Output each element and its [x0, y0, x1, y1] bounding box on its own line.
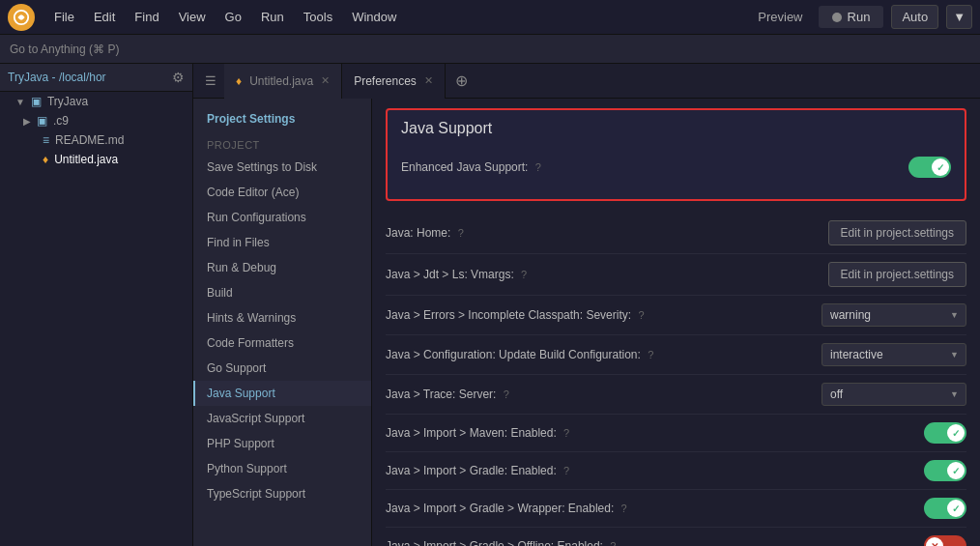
java-home-control: Edit in project.settings — [764, 220, 966, 245]
tree-item-c9[interactable]: ▶ ▣ .c9 — [0, 111, 192, 130]
build-config-control: interactive automatic disabled — [764, 343, 966, 366]
gradle-offline-toggle[interactable]: ✕ — [924, 535, 966, 546]
tree-item-readme[interactable]: ≡ README.md — [0, 130, 192, 150]
trace-server-label: Java > Trace: Server: ? — [386, 388, 764, 401]
settings-sidebar: Project Settings PROJECT Save Settings t… — [193, 99, 372, 546]
trace-server-dropdown[interactable]: off messages verbose — [821, 383, 966, 406]
gradle-offline-control: ✕ — [764, 535, 966, 546]
settings-python-support[interactable]: Python Support — [193, 456, 371, 481]
auto-button[interactable]: Auto — [891, 5, 938, 29]
help-icon[interactable]: ? — [648, 349, 653, 360]
tab-close-preferences[interactable]: ✕ — [424, 74, 433, 87]
collapse-icon: ▼ — [15, 97, 25, 107]
right-panel: ☰ ♦ Untitled.java ✕ Preferences ✕ ⊕ Proj… — [193, 64, 980, 546]
tree-item-untitled-java[interactable]: ♦ Untitled.java — [0, 150, 192, 169]
settings-java-support[interactable]: Java Support — [193, 381, 371, 406]
menu-go[interactable]: Go — [217, 6, 249, 28]
severity-dropdown[interactable]: warning error ignore — [821, 303, 966, 327]
build-config-dropdown[interactable]: interactive automatic disabled — [821, 343, 966, 366]
settings-code-editor[interactable]: Code Editor (Ace) — [193, 180, 371, 205]
row-java-vmargs: Java > Jdt > Ls: Vmargs: ? Edit in proje… — [386, 254, 966, 296]
maven-control: ✓ — [764, 422, 966, 444]
menu-view[interactable]: View — [171, 6, 214, 28]
settings-run-configurations[interactable]: Run Configurations — [193, 205, 371, 230]
run-status-icon — [832, 13, 842, 22]
settings-hints-warnings[interactable]: Hints & Warnings — [193, 305, 371, 330]
settings-typescript-support[interactable]: TypeScript Support — [193, 481, 371, 506]
menu-file[interactable]: File — [46, 6, 82, 28]
help-icon[interactable]: ? — [504, 388, 509, 400]
menu-bar: File Edit Find View Go Run Tools Window … — [0, 0, 980, 35]
preview-button[interactable]: Preview — [750, 6, 810, 28]
settings-run-debug[interactable]: Run & Debug — [193, 255, 371, 280]
auto-dropdown-button[interactable]: ▼ — [946, 5, 972, 29]
row-gradle-enabled: Java > Import > Gradle: Enabled: ? ✓ — [386, 452, 966, 490]
java-vmargs-label: Java > Jdt > Ls: Vmargs: ? — [386, 268, 764, 281]
settings-build[interactable]: Build — [193, 280, 371, 305]
toggle-knob: ✓ — [947, 424, 965, 442]
tab-preferences[interactable]: Preferences ✕ — [342, 64, 446, 99]
row-gradle-offline: Java > Import > Gradle > Offline: Enable… — [386, 528, 966, 546]
maven-label: Java > Import > Maven: Enabled: ? — [386, 426, 764, 440]
java-file-icon: ♦ — [43, 153, 48, 166]
java-home-label: Java: Home: ? — [386, 226, 764, 240]
file-tree: TryJava - /local/hor ⚙ ▼ ▣ TryJava ▶ ▣ .… — [0, 64, 193, 546]
folder-icon: ▣ — [31, 95, 42, 108]
help-icon[interactable]: ? — [563, 427, 569, 439]
gradle-wrapper-control: ✓ — [764, 498, 966, 519]
content-area: Java Support Enhanced Java Support: ? ✓ — [372, 99, 980, 546]
row-enhanced-java: Enhanced Java Support: ? ✓ — [401, 149, 951, 186]
toggle-knob: ✓ — [947, 500, 965, 517]
settings-save-disk[interactable]: Save Settings to Disk — [193, 155, 371, 180]
gradle-wrapper-toggle[interactable]: ✓ — [924, 498, 966, 519]
menu-tools[interactable]: Tools — [296, 6, 340, 28]
help-icon[interactable]: ? — [535, 161, 541, 173]
menu-run[interactable]: Run — [253, 6, 292, 28]
settings-javascript-support[interactable]: JavaScript Support — [193, 406, 371, 431]
tab-add-button[interactable]: ⊕ — [446, 72, 477, 90]
menu-find[interactable]: Find — [127, 6, 166, 28]
help-icon[interactable]: ? — [458, 227, 464, 239]
file-tree-title: TryJava - /local/hor — [8, 71, 172, 84]
settings-php-support[interactable]: PHP Support — [193, 431, 371, 456]
tab-java-icon: ♦ — [236, 74, 242, 88]
enhanced-java-toggle[interactable]: ✓ — [908, 157, 951, 178]
settings-go-support[interactable]: Go Support — [193, 356, 371, 381]
java-vmargs-control: Edit in project.settings — [764, 262, 966, 287]
tab-untitled-java[interactable]: ♦ Untitled.java ✕ — [224, 64, 342, 99]
settings-code-formatters[interactable]: Code Formatters — [193, 330, 371, 356]
build-config-label: Java > Configuration: Update Build Confi… — [386, 348, 764, 361]
menu-edit[interactable]: Edit — [86, 6, 123, 28]
help-icon[interactable]: ? — [638, 309, 644, 321]
help-icon[interactable]: ? — [621, 503, 627, 514]
edit-project-java-vmargs[interactable]: Edit in project.settings — [828, 262, 966, 287]
row-severity: Java > Errors > Incomplete Classpath: Se… — [386, 296, 966, 335]
settings-content-area: Project Settings PROJECT Save Settings t… — [193, 99, 980, 546]
gear-icon[interactable]: ⚙ — [172, 70, 185, 85]
row-maven-enabled: Java > Import > Maven: Enabled: ? ✓ — [386, 415, 966, 452]
gradle-toggle[interactable]: ✓ — [924, 460, 966, 481]
gradle-wrapper-label: Java > Import > Gradle > Wrapper: Enable… — [386, 502, 764, 515]
app-logo[interactable] — [8, 4, 35, 31]
tab-close-java[interactable]: ✕ — [321, 74, 330, 87]
help-icon[interactable]: ? — [563, 465, 569, 476]
gradle-control: ✓ — [764, 460, 966, 481]
run-button[interactable]: Run — [819, 6, 884, 28]
goto-bar[interactable]: Go to Anything (⌘ P) — [0, 35, 980, 64]
toggle-knob: ✓ — [947, 462, 965, 479]
settings-find-in-files[interactable]: Find in Files — [193, 230, 371, 255]
edit-project-java-home[interactable]: Edit in project.settings — [828, 220, 966, 245]
help-icon[interactable]: ? — [610, 540, 616, 546]
menu-window[interactable]: Window — [344, 6, 404, 28]
tab-hamburger-icon[interactable]: ☰ — [197, 73, 224, 88]
tree-item-tryjava[interactable]: ▼ ▣ TryJava — [0, 92, 192, 111]
help-icon[interactable]: ? — [521, 269, 527, 280]
toggle-knob: ✓ — [932, 158, 949, 176]
gradle-label: Java > Import > Gradle: Enabled: ? — [386, 464, 764, 477]
maven-toggle[interactable]: ✓ — [924, 422, 966, 444]
enhanced-java-label: Enhanced Java Support: ? — [401, 160, 748, 174]
java-support-title: Java Support — [401, 120, 951, 137]
row-trace-server: Java > Trace: Server: ? off messages ver… — [386, 375, 966, 415]
goto-label: Go to Anything (⌘ P) — [10, 43, 119, 56]
enhanced-java-control: ✓ — [748, 157, 951, 178]
